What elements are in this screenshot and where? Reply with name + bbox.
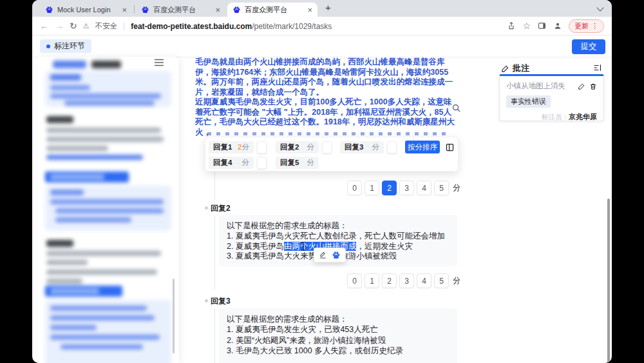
chip-unit: 分 — [372, 143, 380, 151]
annotate-pencil-icon[interactable] — [319, 251, 327, 259]
tab-close-icon[interactable]: × — [122, 6, 127, 14]
sort-by-score-button[interactable]: 按分排序 — [405, 141, 440, 153]
reply1-score-chip[interactable]: 回复1 2分 — [209, 141, 254, 153]
chevron-down-icon[interactable] — [596, 4, 603, 11]
page-scrollbar[interactable] — [607, 199, 610, 363]
reply2-title: 回复2 — [211, 203, 231, 214]
side-panel-icon[interactable] — [537, 21, 547, 30]
reply2-score-chip[interactable]: 回复2 分 — [276, 141, 319, 153]
score-option[interactable]: 5 — [434, 181, 449, 195]
split-view-icon[interactable] — [445, 142, 455, 152]
score-option[interactable]: 3 — [399, 273, 414, 288]
share-icon[interactable] — [507, 21, 516, 30]
sidebar-scrollbar[interactable] — [173, 279, 175, 353]
source-sidebar — [37, 57, 179, 363]
reload-button[interactable]: ↻ — [70, 21, 77, 30]
passage-paragraph-2: 近期夏威夷毛伊岛发生火灾，目前100多人死亡，1000多人失踪，这意味着死亡数字… — [195, 97, 455, 137]
reply3-score-chip[interactable]: 回复3 分 — [340, 141, 384, 153]
tab-divider — [134, 5, 135, 14]
chip-unit: 分 — [242, 159, 250, 166]
chip-label: 回复5 — [280, 158, 299, 168]
score-option[interactable]: 0 — [347, 181, 362, 195]
tab-close-icon[interactable]: × — [215, 6, 220, 14]
baidu-search-icon[interactable] — [332, 251, 341, 260]
delete-annotation-icon[interactable] — [589, 83, 597, 90]
reply2-drag-handle[interactable] — [322, 141, 332, 153]
chip-unit: 分 — [242, 143, 250, 151]
score-option[interactable]: 4 — [417, 181, 431, 195]
reply2-score-row: 0 1 2 3 4 5 分 — [347, 273, 460, 288]
annotator-label: 标注员： — [542, 113, 569, 121]
browser-toolbar: ← → ↻ ⚠ 不安全 | feat-demo-petite.atest.bai… — [32, 17, 612, 35]
profile-icon[interactable] — [553, 21, 562, 30]
tab-zhongce-1[interactable]: 百度众测平台 × — [136, 3, 225, 17]
edit-annotation-icon[interactable] — [578, 83, 585, 90]
score-option[interactable]: 2 — [382, 181, 397, 195]
page-header: 标注环节 提交 — [32, 35, 612, 57]
score-unit-label: 分 — [453, 275, 460, 286]
passage-paragraph-1: 毛伊岛就是由两个火山锥拼接而成的岛屿，西部火山锥最高峰是普谷库伊，海拔约1764… — [195, 57, 455, 97]
reply3-drag-handle[interactable] — [387, 141, 397, 153]
chip-label: 回复2 — [280, 142, 299, 152]
score-option[interactable]: 2 — [382, 273, 397, 288]
score-option[interactable]: 0 — [347, 273, 362, 288]
selection-popup — [314, 248, 346, 262]
reply1-score-row: 0 1 2 3 4 5 分 — [347, 181, 460, 195]
tab-title: 百度众测平台 — [245, 5, 303, 15]
tab-mock-user-login[interactable]: Mock User Login × — [40, 3, 132, 17]
chip-label: 回复1 — [213, 142, 232, 152]
new-tab-button[interactable]: + — [325, 2, 331, 13]
chip-unit: 分 — [307, 159, 315, 166]
security-warning-icon[interactable]: ⚠ — [83, 22, 90, 30]
menu-dots-icon[interactable]: ⋮ — [591, 22, 598, 30]
magnifier-icon[interactable] — [451, 103, 461, 113]
score-option[interactable]: 1 — [365, 273, 379, 288]
reply2-bullet-dot — [205, 206, 208, 210]
reply4-score-chip[interactable]: 回复4 分 — [209, 157, 254, 169]
bookmark-star-icon[interactable]: ☆ — [522, 21, 531, 30]
reply1-drag-handle[interactable] — [257, 141, 267, 153]
reply2-intro: 以下是根据您的需求生成的标题： — [227, 221, 450, 231]
annotation-card[interactable]: 小镇从地图上消失 事实性错误 标注员：京兆华原 — [499, 74, 604, 121]
score-option[interactable]: 5 — [434, 273, 449, 288]
security-label[interactable]: 不安全 — [95, 21, 118, 31]
forward-button[interactable]: → — [55, 21, 64, 30]
annotation-note-text: 小镇从地图上消失 — [506, 81, 578, 91]
annotator-name: 京兆华原 — [569, 113, 597, 121]
reply5-score-chip[interactable]: 回复5 分 — [276, 157, 319, 169]
edit-pen-icon — [501, 64, 509, 73]
phase-dot-icon — [46, 44, 50, 48]
reference-passage: 毛伊岛就是由两个火山锥拼接而成的岛屿，西部火山锥最高峰是普谷库伊，海拔约1764… — [195, 57, 455, 137]
score-unit-label: 分 — [453, 182, 460, 193]
url-host: feat-demo-petite.atest.baidu.com — [131, 22, 252, 31]
reply3-line1: 1. 夏威夷毛伊岛发生火灾，已致453人死亡 — [227, 324, 450, 335]
reply3-line3: 3. 毛伊岛大火已致 1000 多人失踪，或创历史纪录 — [227, 346, 450, 356]
annotator-row: 标注员：京兆华原 — [506, 112, 597, 122]
reply3-line2: 2. 美国“火焰飓风”来袭，旅游小镇拉海纳被毁 — [227, 335, 450, 346]
update-button[interactable]: 更新 ⋮ — [569, 19, 604, 33]
baidu-favicon-icon — [45, 6, 53, 14]
submit-button[interactable]: 提交 — [572, 39, 605, 54]
rating-toolbar: 回复1 2分 回复2 分 回复3 分 按分排序 回复4 分 — [205, 137, 459, 172]
back-button[interactable]: ← — [40, 21, 49, 30]
chip-label: 回复4 — [213, 158, 232, 168]
score-option[interactable]: 4 — [417, 273, 431, 288]
url-path: /petite/mark/1029/tasks — [252, 22, 332, 31]
tab-close-icon[interactable]: × — [307, 6, 312, 14]
tab-zhongce-2-active[interactable]: 百度众测平台 × — [227, 3, 317, 17]
browser-window: Mock User Login × 百度众测平台 × 百度众测平台 × + ← … — [32, 0, 612, 363]
chip-label: 回复3 — [345, 142, 363, 152]
reply1-indent-line — [214, 170, 215, 200]
annotation-tag: 事实性错误 — [506, 95, 551, 108]
tab-title: Mock User Login — [57, 6, 118, 14]
annotation-filter-icon[interactable] — [592, 63, 602, 72]
reply4-drag-handle[interactable] — [257, 157, 267, 169]
url-field[interactable]: feat-demo-petite.atest.baidu.com/petite/… — [131, 20, 332, 32]
annotation-panel-title: 批注 — [513, 63, 529, 74]
reply2-line2-post: ，近期发生火灾 — [356, 242, 413, 251]
sidebar-menu-icon[interactable] — [155, 59, 164, 66]
annotation-panel-header: 批注 — [501, 63, 529, 74]
phase-badge-label: 标注环节 — [54, 41, 85, 52]
score-option[interactable]: 1 — [365, 181, 379, 195]
score-option[interactable]: 3 — [399, 181, 414, 195]
